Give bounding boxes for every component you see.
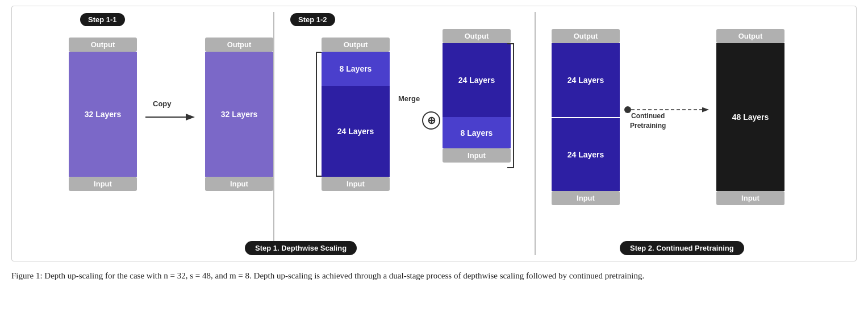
- model-2-output: Output: [205, 38, 273, 52]
- model-3-input: Input: [322, 177, 390, 191]
- step2-bottom-label: Step 2. Continued Pretraining: [620, 241, 744, 255]
- model-4-mid-layers: 8 Layers: [443, 117, 511, 148]
- diagram-area: Step 1-1 Step 1-2 Output 32 Layers Input…: [11, 6, 857, 261]
- divider-2: [535, 12, 536, 255]
- model-3-output: Output: [322, 38, 390, 52]
- bracket-right-top: [507, 43, 513, 44]
- model-6: Output 48 Layers Input: [716, 29, 784, 205]
- model-1-output: Output: [69, 38, 137, 52]
- caption-text: Figure 1: Depth up-scaling for the case …: [11, 271, 644, 280]
- model-2-input: Input: [205, 177, 273, 191]
- bracket-right-bot: [507, 167, 513, 168]
- model-5-input: Input: [552, 191, 620, 205]
- model-4-input: Input: [443, 148, 511, 163]
- model-2-layers: 32 Layers: [205, 52, 273, 177]
- step-1-1-label: Step 1-1: [80, 13, 125, 26]
- model-5-bottom-layers: 24 Layers: [552, 118, 620, 191]
- continued-pretraining-label: ContinuedPretraining: [630, 111, 666, 131]
- model-3: Output 8 Layers 24 Layers Input: [322, 38, 390, 191]
- model-5-top-layers: 24 Layers: [552, 43, 620, 117]
- step-1-2-label: Step 1-2: [290, 13, 335, 26]
- model-5-output: Output: [552, 29, 620, 43]
- model-4: Output 24 Layers 8 Layers Input: [443, 29, 511, 163]
- model-4-top-layers: 24 Layers: [443, 43, 511, 117]
- model-1: Output 32 Layers Input: [69, 38, 137, 191]
- bracket-right-vert: [513, 43, 514, 168]
- model-6-output: Output: [716, 29, 784, 43]
- bracket-left-vert: [316, 52, 317, 177]
- figure-caption: Figure 1: Depth up-scaling for the case …: [11, 269, 857, 282]
- divider-1: [273, 12, 274, 255]
- step1-bottom-label: Step 1. Depthwise Scaling: [245, 241, 357, 255]
- model-5: Output 24 Layers 24 Layers Input: [552, 29, 620, 205]
- merge-label: Merge: [398, 94, 420, 103]
- model-4-output: Output: [443, 29, 511, 43]
- model-2: Output 32 Layers Input: [205, 38, 273, 191]
- model-3-bottom-layers: 24 Layers: [322, 86, 390, 177]
- bracket-left-top: [316, 52, 322, 53]
- model-1-layers: 32 Layers: [69, 52, 137, 177]
- copy-arrow-group: Copy: [143, 109, 199, 128]
- model-6-layers: 48 Layers: [716, 43, 784, 191]
- model-1-input: Input: [69, 177, 137, 191]
- model-3-top-layers: 8 Layers: [322, 52, 390, 86]
- bracket-left-bot: [316, 176, 322, 177]
- copy-label: Copy: [153, 99, 172, 108]
- model-6-input: Input: [716, 191, 784, 205]
- copy-arrow-svg: [143, 109, 199, 126]
- plus-circle: ⊕: [422, 111, 440, 130]
